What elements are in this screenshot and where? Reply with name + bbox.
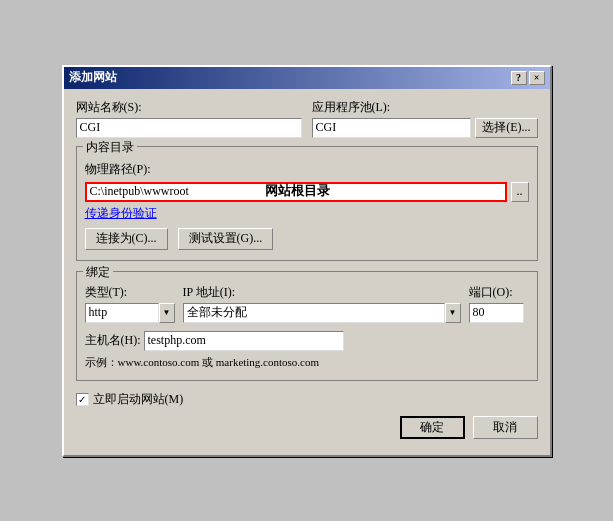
ip-group: IP 地址(I): ▼ — [183, 284, 461, 323]
ok-button[interactable]: 确定 — [400, 416, 465, 439]
port-input[interactable] — [469, 303, 524, 323]
bind-section-title: 绑定 — [83, 264, 113, 281]
type-select-wrapper: ▼ — [85, 303, 175, 323]
content-section: 内容目录 物理路径(P): 网站根目录 .. 传递身份验证 连接为(C)... … — [76, 146, 538, 261]
select-app-pool-button[interactable]: 选择(E)... — [475, 118, 537, 138]
ip-input[interactable] — [183, 303, 445, 323]
bottom-row: 立即启动网站(M) — [76, 391, 538, 408]
hostname-row: 主机名(H): — [85, 331, 529, 351]
footer-buttons: 确定 取消 — [76, 416, 538, 443]
content-section-title: 内容目录 — [83, 139, 137, 156]
add-website-dialog: 添加网站 ? × 网站名称(S): 应用程序池(L): 选择(E)... 内容目… — [62, 65, 552, 457]
bind-row: 类型(T): ▼ IP 地址(I): ▼ 端口(O): — [85, 284, 529, 323]
app-pool-input[interactable] — [312, 118, 472, 138]
path-input-wrapper: 网站根目录 — [85, 182, 507, 202]
path-row: 网站根目录 .. — [85, 182, 529, 202]
physical-path-label: 物理路径(P): — [85, 161, 529, 178]
port-group: 端口(O): — [469, 284, 529, 323]
app-pool-label: 应用程序池(L): — [312, 99, 538, 116]
site-name-group: 网站名称(S): — [76, 99, 302, 138]
site-name-row: 网站名称(S): 应用程序池(L): 选择(E)... — [76, 99, 538, 138]
cancel-button[interactable]: 取消 — [473, 416, 538, 439]
app-pool-group: 应用程序池(L): 选择(E)... — [312, 99, 538, 138]
connect-as-button[interactable]: 连接为(C)... — [85, 228, 168, 250]
type-label: 类型(T): — [85, 284, 175, 301]
close-button[interactable]: × — [529, 71, 545, 85]
test-settings-button[interactable]: 测试设置(G)... — [178, 228, 274, 250]
type-dropdown-arrow[interactable]: ▼ — [159, 303, 175, 323]
start-site-label[interactable]: 立即启动网站(M) — [76, 391, 184, 408]
bind-section: 绑定 类型(T): ▼ IP 地址(I): ▼ — [76, 271, 538, 381]
site-name-label: 网站名称(S): — [76, 99, 302, 116]
title-bar-buttons: ? × — [511, 71, 545, 85]
help-button[interactable]: ? — [511, 71, 527, 85]
type-input[interactable] — [85, 303, 159, 323]
dialog-title: 添加网站 — [69, 69, 117, 86]
title-bar: 添加网站 ? × — [64, 67, 550, 89]
hostname-label: 主机名(H): — [85, 333, 141, 347]
ip-label: IP 地址(I): — [183, 284, 461, 301]
type-group: 类型(T): ▼ — [85, 284, 175, 323]
site-name-input[interactable] — [76, 118, 302, 138]
port-label: 端口(O): — [469, 284, 529, 301]
passthrough-label[interactable]: 传递身份验证 — [85, 205, 529, 222]
ip-dropdown-arrow[interactable]: ▼ — [445, 303, 461, 323]
path-annotation: 网站根目录 — [265, 182, 330, 200]
content-buttons-row: 连接为(C)... 测试设置(G)... — [85, 228, 529, 250]
hostname-input[interactable] — [144, 331, 344, 351]
start-site-text: 立即启动网站(M) — [93, 391, 184, 408]
start-site-checkbox[interactable] — [76, 393, 89, 406]
example-text: 示例：www.contoso.com 或 marketing.contoso.c… — [85, 355, 529, 370]
dialog-content: 网站名称(S): 应用程序池(L): 选择(E)... 内容目录 物理路径(P)… — [64, 89, 550, 455]
browse-button[interactable]: .. — [511, 182, 529, 202]
ip-select-wrapper: ▼ — [183, 303, 461, 323]
